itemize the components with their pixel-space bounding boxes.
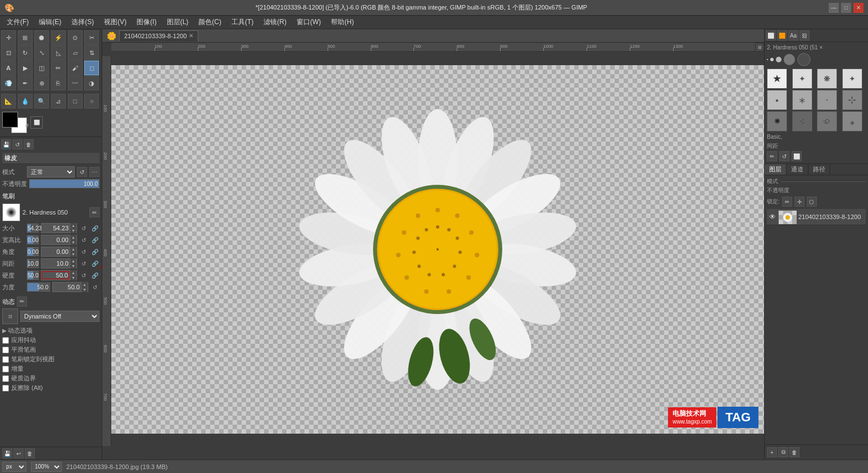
menu-layer[interactable]: 图层(L) [162, 16, 193, 28]
close-button[interactable]: ✕ [853, 3, 864, 13]
tab-paths[interactable]: 路径 [808, 164, 830, 175]
brush-organic4[interactable]: ⊹ [842, 90, 862, 110]
brush-splatter4[interactable]: ⁎ [842, 111, 862, 131]
erase-label[interactable]: 反擦除 (Alt) [11, 384, 43, 392]
spacing-input[interactable] [42, 260, 70, 267]
size-slider[interactable]: 54.23 [27, 224, 39, 233]
zoom-select[interactable]: 100% 50% 200% [31, 462, 62, 472]
tool-rect-select[interactable]: □ [68, 94, 83, 108]
spacing-spinbox[interactable]: ▲ ▼ [41, 258, 77, 269]
reset-colors-icon[interactable]: ↺ [25, 123, 29, 129]
lock-pixels-btn[interactable]: ✏ [782, 197, 792, 207]
tool-clone[interactable]: ⎘ [51, 76, 66, 90]
right-spacing-edit[interactable]: ✏ [767, 151, 777, 161]
size-input[interactable] [42, 225, 70, 231]
layers-aa-icon[interactable]: Aa [788, 30, 798, 40]
quick-mask-btn[interactable]: ⬜ [30, 116, 43, 129]
tool-dodge-burn[interactable]: ◑ [84, 76, 99, 90]
tool-ink[interactable]: ✒ [18, 76, 33, 90]
tool-airbrush[interactable]: 💨 [1, 76, 16, 90]
canvas-background[interactable]: 电脑技术网 www.tagxp.com TAG [111, 65, 764, 434]
lock-view-label[interactable]: 笔刷锁定到视图 [11, 355, 54, 363]
layer-delete-btn[interactable]: 🗑 [789, 447, 799, 457]
hard-edges-checkbox[interactable] [2, 375, 9, 382]
hardness-slider[interactable]: 50.0 [27, 271, 39, 280]
apply-jitter-label[interactable]: 应用抖动 [11, 336, 36, 344]
tab-layers[interactable]: 图层 [765, 164, 787, 175]
brush-organic2[interactable]: ∗ [792, 90, 812, 110]
canvas-scroll[interactable]: 电脑技术网 www.tagxp.com TAG [111, 65, 764, 434]
brush-splatter1[interactable]: ⁕ [767, 111, 787, 131]
brush-preview-swatch[interactable] [2, 203, 20, 221]
hardness-chain-btn[interactable]: 🔗 [90, 271, 99, 280]
layers-raise-icon[interactable]: 🟧 [777, 30, 787, 40]
layers-new-icon[interactable]: ⬜ [766, 30, 776, 40]
right-spacing-reset[interactable]: ↺ [779, 151, 789, 161]
spacing-slider[interactable]: 10.0 [27, 259, 39, 268]
tool-scale[interactable]: ⤡ [34, 46, 49, 60]
layer-new-btn[interactable]: + [767, 447, 777, 457]
hardness-spinbox[interactable]: ▲ ▼ [41, 270, 77, 280]
lock-view-checkbox[interactable] [2, 356, 9, 363]
tool-align[interactable]: ⊞ [18, 30, 33, 45]
minimize-button[interactable]: — [829, 3, 839, 13]
tool-preset-icon[interactable]: 💾 [2, 448, 12, 458]
tool-color-select[interactable]: ⊙ [68, 30, 83, 45]
menu-file[interactable]: 文件(F) [2, 16, 33, 28]
aspect-chain-btn[interactable]: 🔗 [90, 235, 99, 244]
hardness-input[interactable] [42, 271, 70, 279]
right-spacing-chain[interactable]: ⬜ [792, 151, 802, 161]
dynamics-select[interactable]: Dynamics Off Basic Dynamics [20, 311, 99, 322]
layer-visibility-icon[interactable]: 👁 [769, 213, 776, 221]
erase-checkbox[interactable] [2, 385, 9, 392]
brush-organic3[interactable]: · [817, 90, 837, 110]
force-reset-btn[interactable]: ↺ [90, 283, 99, 292]
layers-chain-icon[interactable]: ⛓ [799, 30, 810, 40]
spacing-up[interactable]: ▲ [70, 258, 76, 263]
apply-jitter-checkbox[interactable] [2, 337, 9, 344]
angle-up[interactable]: ▲ [70, 247, 76, 252]
hardness-up[interactable]: ▲ [70, 270, 76, 275]
angle-dn[interactable]: ▼ [70, 252, 76, 257]
aspect-spinbox[interactable]: ▲ ▼ [41, 235, 77, 245]
tool-paintbrush[interactable]: 🖌 [68, 61, 83, 75]
brush-star[interactable]: ★ [767, 69, 787, 89]
dynamics-edit-icon[interactable]: ✏ [17, 297, 27, 307]
tool-text[interactable]: A [1, 61, 16, 75]
tool-bucket[interactable]: ▶ [18, 61, 33, 75]
tool-paths[interactable]: ⊿ [51, 94, 66, 108]
menu-select[interactable]: 选择(S) [67, 16, 98, 28]
brush-organic1[interactable]: ⋆ [767, 90, 787, 110]
tool-move[interactable]: ✛ [1, 30, 16, 45]
mode-chain-icon[interactable]: ⋯ [89, 167, 99, 177]
active-tab[interactable]: 210402103339-8-1200 ✕ [119, 30, 198, 42]
brush-splatter2[interactable]: ⁖ [792, 111, 812, 131]
brush-star2[interactable]: ✦ [792, 69, 812, 89]
tab-channels[interactable]: 通道 [787, 164, 808, 175]
fg-bg-color-widget[interactable]: ↺ [2, 112, 27, 133]
layer-item[interactable]: 👁 [767, 209, 866, 225]
menu-image[interactable]: 图像(I) [132, 16, 161, 28]
size-spinbox[interactable]: ▲ ▼ [41, 223, 77, 233]
tool-color-picker[interactable]: 💧 [18, 94, 33, 108]
incremental-label[interactable]: 增量 [11, 365, 24, 373]
mode-reset-icon[interactable]: ↺ [77, 167, 87, 177]
angle-slider[interactable]: 0.00 [27, 247, 39, 256]
dynamics-preview[interactable]: ⊡ [2, 308, 18, 324]
size-reset-btn[interactable]: ↺ [79, 224, 88, 233]
size-chain-btn[interactable]: 🔗 [90, 224, 99, 233]
brush-splat[interactable]: ❋ [817, 69, 837, 89]
layer-copy-btn[interactable]: ⧉ [778, 447, 788, 457]
tool-smudge[interactable]: 〰 [68, 76, 83, 90]
spacing-reset-btn[interactable]: ↺ [79, 259, 88, 268]
size-dn[interactable]: ▼ [70, 228, 76, 233]
tool-heal[interactable]: ⊕ [34, 76, 49, 90]
menu-windows[interactable]: 窗口(W) [292, 16, 325, 28]
menu-filters[interactable]: 滤镜(R) [259, 16, 291, 28]
opacity-slider[interactable]: 100.0 [29, 179, 99, 188]
tool-crop[interactable]: ⊡ [1, 46, 16, 60]
tool-undo-icon[interactable]: ↩ [13, 448, 24, 458]
incremental-checkbox[interactable] [2, 366, 9, 372]
tool-scissors[interactable]: ✂ [84, 30, 99, 45]
tool-options-delete-icon[interactable]: 🗑 [24, 139, 34, 149]
